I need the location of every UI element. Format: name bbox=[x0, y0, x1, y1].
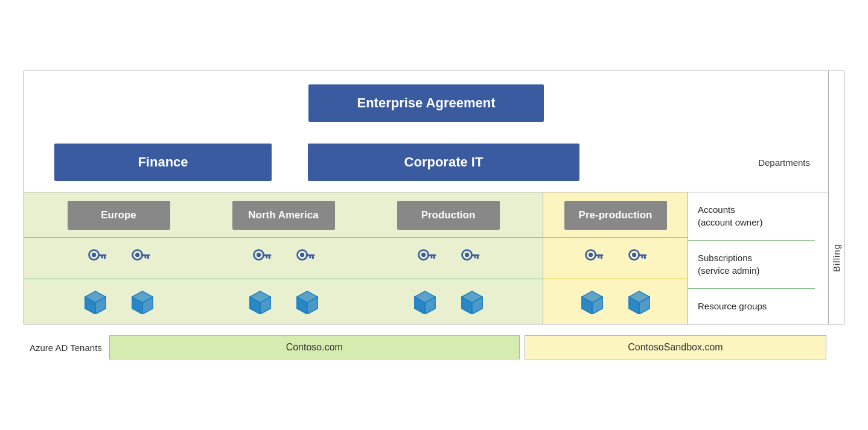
svg-rect-3 bbox=[103, 256, 105, 259]
north-america-subscriptions bbox=[245, 247, 322, 269]
svg-point-1 bbox=[92, 253, 96, 257]
subscriptions-row-yellow bbox=[543, 238, 688, 279]
resource-groups-row-green bbox=[24, 279, 543, 324]
europe-account-box: Europe bbox=[68, 201, 170, 230]
svg-rect-22 bbox=[427, 255, 435, 256]
yellow-section: Pre-production bbox=[543, 192, 688, 324]
svg-rect-81 bbox=[641, 256, 643, 259]
pre-production-subscriptions bbox=[577, 247, 654, 269]
svg-point-73 bbox=[589, 253, 593, 257]
svg-rect-27 bbox=[470, 255, 479, 256]
resource-groups-row-yellow bbox=[543, 279, 688, 324]
svg-point-21 bbox=[421, 253, 426, 257]
key-icon bbox=[627, 247, 648, 269]
europe-subscriptions bbox=[80, 247, 158, 269]
accounts-label: Accounts(account owner) bbox=[688, 192, 815, 241]
svg-rect-24 bbox=[430, 256, 432, 259]
svg-point-11 bbox=[257, 253, 261, 257]
svg-point-26 bbox=[465, 253, 469, 257]
svg-rect-28 bbox=[476, 256, 478, 259]
key-icon bbox=[416, 247, 438, 269]
production-resource-groups bbox=[406, 289, 491, 314]
departments-label: Departments bbox=[758, 157, 810, 168]
svg-rect-13 bbox=[268, 256, 270, 259]
contoso-tenant: Contoso.com bbox=[109, 335, 520, 359]
svg-rect-79 bbox=[637, 255, 646, 256]
pre-production-account-box: Pre-production bbox=[564, 201, 667, 230]
svg-rect-76 bbox=[598, 256, 599, 259]
accounts-row-yellow: Pre-production bbox=[543, 192, 688, 238]
cube-icon bbox=[247, 289, 273, 314]
key-icon bbox=[295, 247, 316, 269]
production-subscriptions bbox=[410, 247, 487, 269]
sandbox-tenant: ContosoSandbox.com bbox=[525, 335, 826, 359]
svg-rect-4 bbox=[101, 256, 103, 259]
key-icon bbox=[130, 247, 152, 269]
cube-icon bbox=[412, 289, 438, 314]
pre-production-resource-groups bbox=[573, 289, 658, 314]
production-account-box: Production bbox=[397, 201, 500, 230]
key-icon bbox=[251, 247, 273, 269]
finance-dept-box: Finance bbox=[54, 144, 272, 181]
cube-icon bbox=[579, 289, 605, 314]
accounts-row-green: Europe North America Production bbox=[24, 192, 543, 238]
enterprise-agreement-box: Enterprise Agreement bbox=[308, 84, 543, 122]
tenant-label: Azure AD Tenants bbox=[30, 343, 102, 353]
svg-point-6 bbox=[135, 253, 139, 257]
svg-rect-29 bbox=[474, 256, 476, 259]
svg-rect-18 bbox=[311, 256, 313, 259]
key-icon bbox=[583, 247, 605, 269]
right-labels-column: Accounts(account owner) Subscriptions(se… bbox=[688, 192, 815, 324]
svg-rect-19 bbox=[309, 256, 311, 259]
svg-point-78 bbox=[632, 253, 636, 257]
north-america-account-box: North America bbox=[232, 201, 335, 230]
subscriptions-label: Subscriptions(service admin) bbox=[688, 241, 815, 289]
key-icon bbox=[459, 247, 481, 269]
cube-icon bbox=[83, 289, 108, 314]
subscriptions-row-green bbox=[24, 238, 543, 279]
svg-rect-17 bbox=[305, 255, 314, 256]
departments-row: Finance Corporate IT Departments bbox=[24, 133, 828, 192]
green-section: Europe North America Production bbox=[24, 192, 543, 324]
cube-icon bbox=[130, 289, 155, 314]
svg-rect-8 bbox=[147, 256, 148, 259]
billing-bar: Billing bbox=[829, 192, 844, 324]
tenant-row: Azure AD Tenants Contoso.com ContosoSand… bbox=[24, 329, 844, 359]
svg-rect-2 bbox=[97, 255, 106, 256]
svg-rect-74 bbox=[594, 255, 602, 256]
svg-rect-12 bbox=[262, 255, 270, 256]
europe-resource-groups bbox=[77, 289, 161, 314]
svg-rect-23 bbox=[433, 256, 435, 259]
corporate-it-dept-box: Corporate IT bbox=[308, 144, 579, 181]
diagram: Enterprise Agreement Finance Corporate I… bbox=[24, 71, 844, 359]
svg-rect-9 bbox=[144, 256, 146, 259]
cube-icon bbox=[627, 289, 652, 314]
resource-groups-label: Resource groups bbox=[688, 289, 815, 324]
svg-rect-14 bbox=[266, 256, 267, 259]
north-america-resource-groups bbox=[241, 289, 326, 314]
svg-rect-80 bbox=[643, 256, 645, 259]
svg-point-16 bbox=[300, 253, 304, 257]
svg-rect-7 bbox=[141, 255, 149, 256]
key-icon bbox=[86, 247, 108, 269]
cube-icon bbox=[295, 289, 320, 314]
enterprise-row: Enterprise Agreement bbox=[24, 71, 828, 133]
cube-icon bbox=[459, 289, 485, 314]
svg-rect-75 bbox=[600, 256, 602, 259]
